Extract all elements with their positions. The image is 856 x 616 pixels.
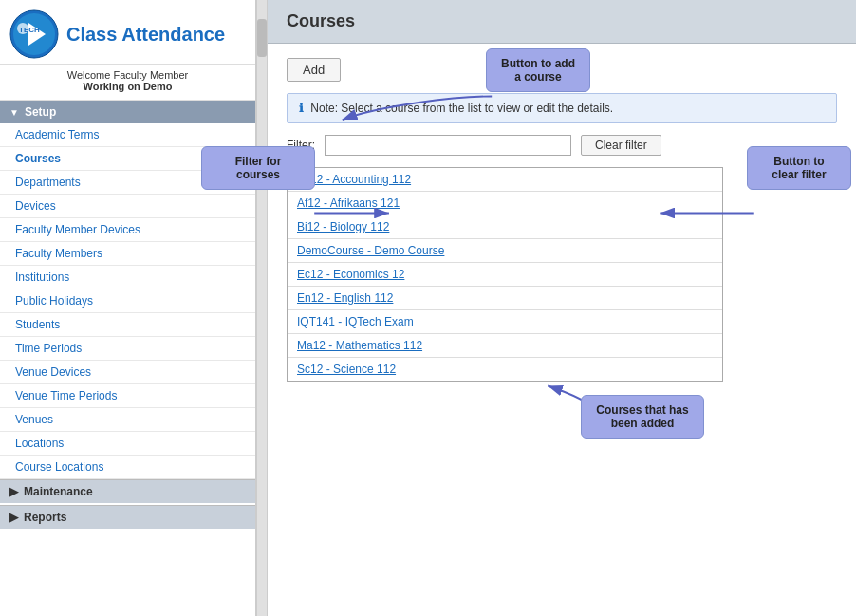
reports-arrow-icon: ▶	[9, 511, 18, 524]
scroll-divider	[256, 0, 268, 616]
app-logo-icon: TECH	[9, 9, 59, 59]
svg-text:TECH: TECH	[19, 26, 40, 34]
callout-courses-added: Courses that has been added	[581, 395, 704, 439]
sidebar-item-academic-terms[interactable]: Academic Terms	[0, 123, 255, 147]
maintenance-arrow-icon: ▶	[9, 485, 18, 498]
sidebar-item-venue-devices[interactable]: Venue Devices	[0, 361, 255, 384]
info-bar: ℹ Note: Select a course from the list to…	[287, 93, 837, 123]
list-item[interactable]: Ma12 - Mathematics 112	[288, 334, 722, 358]
list-item[interactable]: DemoCourse - Demo Course	[288, 239, 722, 263]
sidebar-item-course-locations[interactable]: Course Locations	[0, 456, 255, 479]
sidebar-item-faculty-member-devices[interactable]: Faculty Member Devices	[0, 218, 255, 242]
sidebar-item-students[interactable]: Students	[0, 313, 255, 337]
main-content: Courses Add ℹ Note: Select a course from…	[268, 0, 856, 616]
scroll-handle[interactable]	[257, 19, 267, 57]
setup-section-header[interactable]: ▼ Setup	[0, 101, 255, 123]
sidebar: TECH Class Attendance Welcome Faculty Me…	[0, 0, 256, 616]
list-item[interactable]: IQT141 - IQTech Exam	[288, 310, 722, 334]
app-title: Class Attendance	[66, 23, 225, 46]
sidebar-item-time-periods[interactable]: Time Periods	[0, 337, 255, 361]
list-item[interactable]: Ac12 - Accounting 112	[288, 168, 722, 192]
maintenance-section-header[interactable]: ▶ Maintenance	[0, 479, 255, 503]
list-item[interactable]: Sc12 - Science 112	[288, 358, 722, 381]
sidebar-item-faculty-members[interactable]: Faculty Members	[0, 242, 255, 266]
content-area: Add ℹ Note: Select a course from the lis…	[268, 44, 856, 616]
callout-clear-filter: Button to clear filter	[747, 146, 851, 190]
sidebar-item-venues[interactable]: Venues	[0, 408, 255, 432]
reports-section-header[interactable]: ▶ Reports	[0, 505, 255, 529]
info-icon: ℹ	[299, 102, 304, 115]
sidebar-item-venue-time-periods[interactable]: Venue Time Periods	[0, 384, 255, 408]
logo-area: TECH Class Attendance	[0, 0, 255, 65]
courses-list: Ac12 - Accounting 112 Af12 - Afrikaans 1…	[287, 167, 723, 382]
sidebar-item-public-holidays[interactable]: Public Holidays	[0, 289, 255, 313]
filter-input[interactable]	[325, 135, 571, 156]
callout-add-course: Button to add a course	[486, 48, 590, 92]
clear-filter-button[interactable]: Clear filter	[581, 135, 661, 156]
page-title: Courses	[268, 0, 856, 44]
setup-arrow-icon: ▼	[9, 107, 19, 118]
list-item[interactable]: Bi12 - Biology 112	[288, 215, 722, 239]
add-course-button[interactable]: Add	[287, 58, 341, 82]
list-item[interactable]: Af12 - Afrikaans 121	[288, 192, 722, 215]
sidebar-item-locations[interactable]: Locations	[0, 432, 255, 456]
welcome-text: Welcome Faculty Member Working on Demo	[0, 65, 255, 101]
sidebar-item-devices[interactable]: Devices	[0, 195, 255, 218]
list-item[interactable]: En12 - English 112	[288, 287, 722, 310]
callout-filter-courses: Filter for courses	[201, 146, 315, 190]
sidebar-item-institutions[interactable]: Institutions	[0, 266, 255, 289]
list-item[interactable]: Ec12 - Economics 12	[288, 263, 722, 287]
